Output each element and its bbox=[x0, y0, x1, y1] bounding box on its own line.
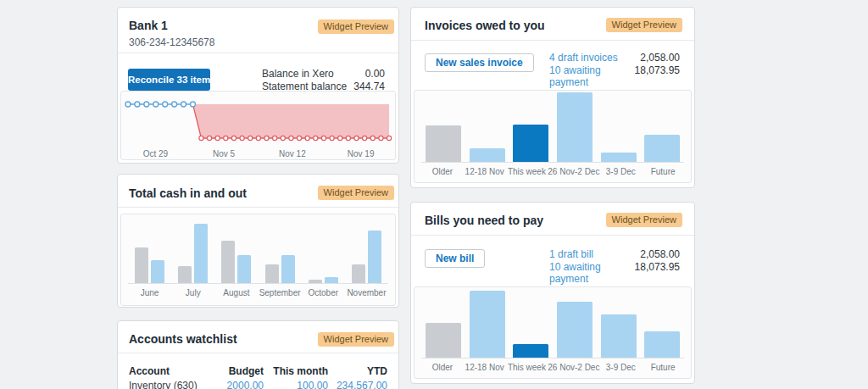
balance-in-xero-label: Balance in Xero bbox=[262, 68, 334, 81]
draft-invoices-link[interactable]: 4 draft invoices bbox=[549, 52, 618, 64]
bar-cash-out bbox=[352, 264, 365, 283]
awaiting-payment-row: 10 awaiting payment18,073.95 bbox=[549, 261, 680, 286]
invoices-owed-title: Invoices owed to you bbox=[425, 19, 545, 32]
ytd-value-link[interactable]: 234,567.00 bbox=[337, 380, 387, 389]
column-header-account: Account bbox=[129, 365, 204, 377]
widget-preview-badge: Widget Preview bbox=[318, 186, 394, 200]
bar-older bbox=[426, 125, 461, 162]
bar-cash-out bbox=[309, 280, 322, 283]
bar-group-this-week bbox=[509, 287, 553, 358]
x-axis-label-future: Future bbox=[642, 363, 684, 372]
x-axis-label-3-9-dec: 3-9 Dec bbox=[599, 363, 642, 372]
widget-preview-badge: Widget Preview bbox=[606, 213, 682, 227]
bar-group-26-nov-2-dec bbox=[553, 91, 597, 162]
draft-bill-amount: 2,058.00 bbox=[640, 248, 680, 261]
bar-group-october bbox=[302, 214, 345, 283]
bar-cash-out bbox=[265, 264, 279, 283]
bar-group-12-18-nov bbox=[465, 287, 509, 358]
bank-sparkline bbox=[121, 95, 395, 147]
bills-chart-bars bbox=[421, 287, 684, 358]
bank-account-number: 306-234-12345678 bbox=[129, 36, 214, 48]
bar-group-older bbox=[421, 91, 465, 162]
bar-this-week bbox=[513, 125, 548, 162]
x-axis-label-26-nov-2-dec: 26 Nov-2 Dec bbox=[548, 363, 599, 372]
draft-bill-row: 1 draft bill2,058.00 bbox=[549, 248, 680, 261]
bar-future bbox=[644, 135, 680, 162]
x-axis-label-september: September bbox=[259, 288, 302, 297]
this-month-value-link[interactable]: 100.00 bbox=[297, 380, 328, 389]
awaiting-payment-amount: 18,073.95 bbox=[635, 64, 680, 89]
bar-cash-in bbox=[368, 231, 381, 283]
x-axis-label-this-week: This week bbox=[506, 363, 548, 372]
balance-in-xero-row: Balance in Xero0.00 bbox=[262, 68, 385, 81]
bar-12-18-nov bbox=[470, 291, 505, 358]
bar-group-september bbox=[259, 214, 302, 283]
x-axis-label-june: June bbox=[128, 288, 171, 297]
bar-12-18-nov bbox=[470, 148, 505, 162]
account-name: Inventory (630) bbox=[129, 380, 204, 389]
bar-3-9-dec bbox=[601, 153, 637, 162]
bar-group-this-week bbox=[509, 91, 553, 162]
reconcile-button[interactable]: Reconcile 33 items bbox=[128, 69, 210, 91]
x-axis-label-october: October bbox=[302, 288, 345, 297]
accounts-watchlist-title: Accounts watchlist bbox=[129, 332, 237, 346]
total-cash-title: Total cash in and out bbox=[129, 186, 247, 200]
x-axis-label-26-nov-2-dec: 26 Nov-2 Dec bbox=[548, 167, 599, 176]
x-axis-label-oct-29: Oct 29 bbox=[121, 149, 190, 158]
bar-group-july bbox=[171, 214, 214, 283]
x-axis-label-july: July bbox=[171, 288, 214, 297]
total-cash-widget: Total cash in and out Widget Preview Jun… bbox=[117, 174, 399, 308]
bar-group-3-9-dec bbox=[597, 287, 641, 358]
bar-this-week bbox=[513, 344, 548, 358]
x-axis-label-future: Future bbox=[642, 167, 684, 176]
bank-chart-x-axis: Oct 29Nov 5Nov 12Nov 19 bbox=[121, 147, 395, 158]
budget-value-link[interactable]: 2000.00 bbox=[227, 380, 264, 389]
bar-group-november bbox=[345, 214, 388, 283]
divider bbox=[118, 53, 398, 53]
bar-group-june bbox=[128, 214, 171, 283]
bar-group-august bbox=[214, 214, 258, 283]
bar-cash-in bbox=[281, 255, 295, 283]
new-bill-button[interactable]: New bill bbox=[425, 249, 485, 268]
x-axis-label-nov-12: Nov 12 bbox=[259, 149, 327, 158]
invoices-chart-x-axis: Older12-18 NovThis week26 Nov-2 Dec3-9 D… bbox=[421, 163, 684, 176]
bar-group-12-18-nov bbox=[465, 91, 509, 162]
x-axis-label-november: November bbox=[345, 288, 388, 297]
awaiting-payment-link[interactable]: 10 awaiting payment bbox=[549, 261, 635, 286]
x-axis-label-older: Older bbox=[421, 363, 464, 372]
watchlist-header-row: Account Budget This month YTD bbox=[129, 365, 387, 377]
bar-future bbox=[644, 331, 680, 358]
bills-to-pay-title: Bills you need to pay bbox=[425, 214, 543, 227]
bar-group-26-nov-2-dec bbox=[553, 287, 597, 358]
accounts-watchlist-widget: Accounts watchlist Widget Preview Accoun… bbox=[117, 320, 399, 389]
widget-preview-badge: Widget Preview bbox=[318, 19, 394, 34]
column-header-ytd: YTD bbox=[328, 365, 387, 377]
bar-group-older bbox=[421, 287, 465, 358]
bills-chart-x-axis: Older12-18 NovThis week26 Nov-2 Dec3-9 D… bbox=[421, 358, 684, 372]
divider bbox=[118, 207, 398, 208]
bar-cash-in bbox=[325, 277, 338, 283]
cash-in-out-chart: JuneJulyAugustSeptemberOctoberNovember bbox=[120, 214, 396, 306]
bar-cash-in bbox=[237, 255, 251, 283]
bank-widget: Bank 1 306-234-12345678 Widget Preview R… bbox=[117, 7, 399, 164]
watchlist-row-inventory: Inventory (630) 2000.00 100.00 234,567.0… bbox=[129, 380, 387, 389]
bar-3-9-dec bbox=[601, 314, 637, 358]
draft-invoices-row: 4 draft invoices2,058.00 bbox=[549, 52, 680, 64]
bills-chart: Older12-18 NovThis week26 Nov-2 Dec3-9 D… bbox=[414, 286, 692, 379]
awaiting-payment-link[interactable]: 10 awaiting payment bbox=[549, 64, 635, 89]
x-axis-label-nov-19: Nov 19 bbox=[326, 149, 395, 158]
awaiting-payment-amount: 18,073.95 bbox=[635, 261, 680, 286]
x-axis-label-older: Older bbox=[421, 167, 464, 176]
cash-chart-bars bbox=[128, 214, 388, 284]
bar-group-future bbox=[640, 91, 684, 162]
bank-widget-title: Bank 1 bbox=[129, 19, 168, 32]
bar-older bbox=[426, 323, 461, 358]
column-header-this-month: This month bbox=[264, 365, 328, 377]
x-axis-label-august: August bbox=[214, 288, 258, 297]
new-sales-invoice-button[interactable]: New sales invoice bbox=[425, 53, 534, 72]
divider bbox=[411, 235, 694, 236]
draft-invoices-amount: 2,058.00 bbox=[640, 52, 680, 64]
x-axis-label-12-18-nov: 12-18 Nov bbox=[464, 363, 506, 372]
draft-bill-link[interactable]: 1 draft bill bbox=[549, 248, 593, 261]
invoices-chart-bars bbox=[421, 91, 684, 163]
